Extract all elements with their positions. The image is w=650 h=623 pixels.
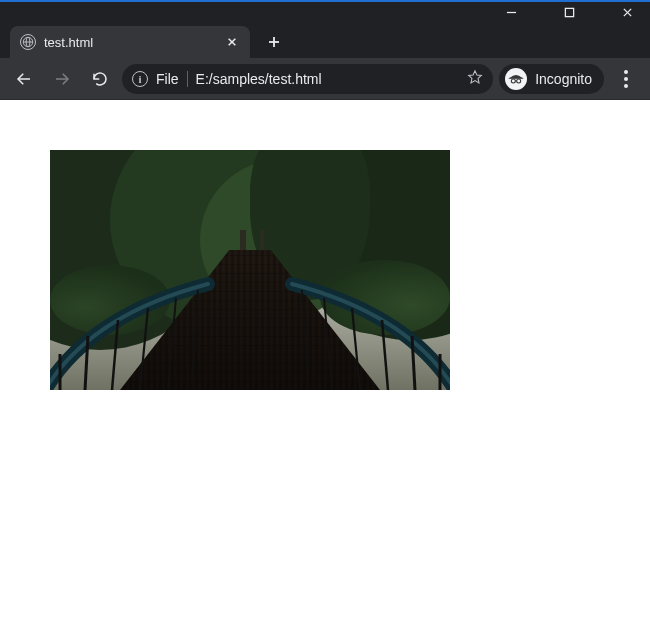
window-controls bbox=[0, 2, 650, 22]
tab-title: test.html bbox=[44, 35, 216, 50]
page-viewport bbox=[0, 100, 650, 623]
new-tab-button[interactable] bbox=[260, 28, 288, 56]
kebab-icon bbox=[624, 70, 628, 88]
url-path: E:/samples/test.html bbox=[196, 71, 460, 87]
svg-line-29 bbox=[302, 290, 308, 380]
address-bar[interactable]: i File E:/samples/test.html bbox=[122, 64, 493, 94]
browser-menu-button[interactable] bbox=[610, 63, 642, 95]
tab-close-button[interactable] bbox=[224, 34, 240, 50]
svg-line-27 bbox=[352, 308, 360, 390]
window-minimize-button[interactable] bbox=[496, 2, 526, 22]
bookmark-button[interactable] bbox=[467, 69, 483, 88]
page-image bbox=[50, 150, 450, 390]
back-button[interactable] bbox=[8, 63, 40, 95]
svg-rect-14 bbox=[509, 77, 524, 78]
svg-marker-13 bbox=[469, 71, 482, 83]
separator bbox=[187, 71, 188, 87]
svg-line-22 bbox=[168, 298, 176, 388]
browser-tab[interactable]: test.html bbox=[10, 26, 250, 58]
incognito-icon bbox=[505, 68, 527, 90]
svg-line-21 bbox=[140, 308, 148, 390]
svg-point-15 bbox=[512, 79, 516, 83]
svg-line-23 bbox=[192, 290, 198, 380]
incognito-label: Incognito bbox=[535, 71, 592, 87]
url-scheme: File bbox=[156, 71, 179, 87]
forward-button[interactable] bbox=[46, 63, 78, 95]
tab-strip: test.html bbox=[0, 22, 650, 58]
window-close-button[interactable] bbox=[612, 2, 642, 22]
svg-rect-1 bbox=[565, 8, 573, 16]
incognito-indicator[interactable]: Incognito bbox=[499, 64, 604, 94]
toolbar: i File E:/samples/test.html Incognito bbox=[0, 58, 650, 100]
site-info-icon[interactable]: i bbox=[132, 71, 148, 87]
window-maximize-button[interactable] bbox=[554, 2, 584, 22]
globe-icon bbox=[20, 34, 36, 50]
svg-line-28 bbox=[324, 298, 332, 388]
reload-button[interactable] bbox=[84, 63, 116, 95]
svg-point-16 bbox=[517, 79, 521, 83]
